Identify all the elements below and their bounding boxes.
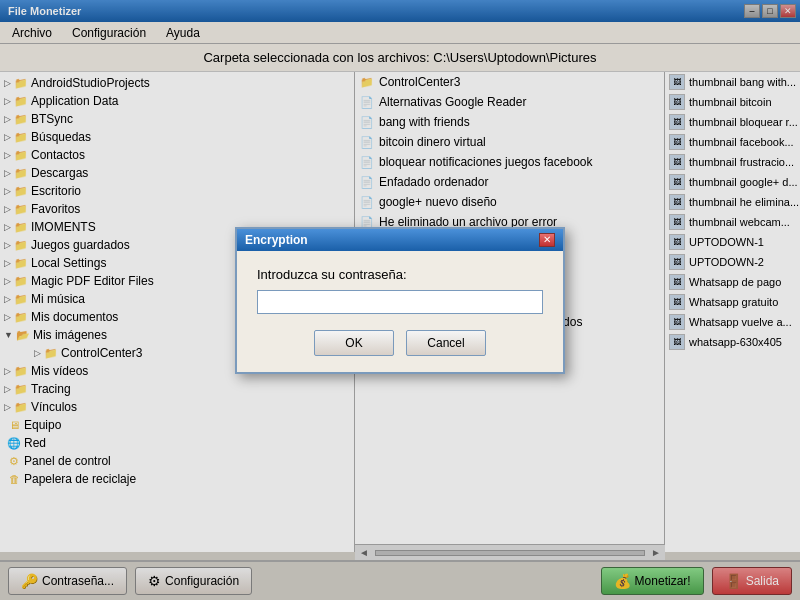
- dialog-title-bar: Encryption ✕: [237, 229, 563, 251]
- password-label: Introduzca su contraseña:: [257, 267, 543, 282]
- encryption-dialog: Encryption ✕ Introduzca su contraseña: O…: [235, 227, 565, 374]
- dialog-buttons: OK Cancel: [257, 330, 543, 356]
- password-input[interactable]: [257, 290, 543, 314]
- dialog-body: Introduzca su contraseña: OK Cancel: [237, 251, 563, 372]
- dialog-title: Encryption: [245, 233, 308, 247]
- ok-button[interactable]: OK: [314, 330, 394, 356]
- cancel-button[interactable]: Cancel: [406, 330, 486, 356]
- dialog-overlay: Encryption ✕ Introduzca su contraseña: O…: [0, 0, 800, 600]
- dialog-close-button[interactable]: ✕: [539, 233, 555, 247]
